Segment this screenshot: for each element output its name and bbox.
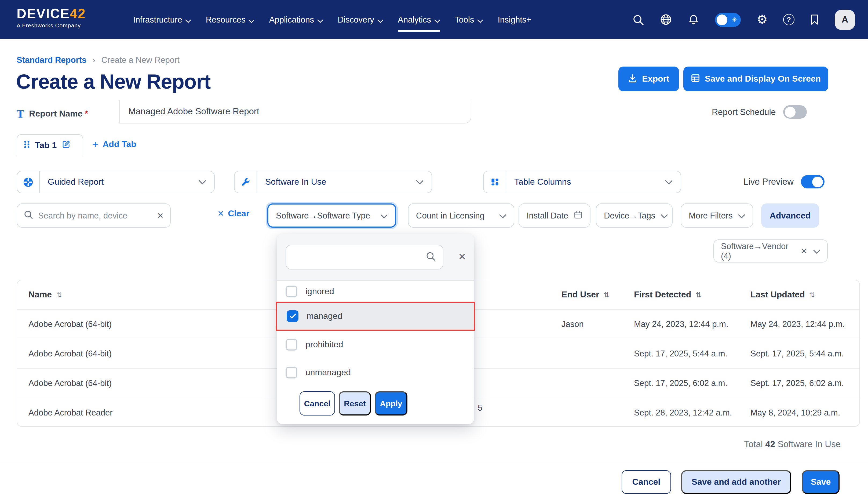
search-icon (24, 209, 33, 222)
advanced-button[interactable]: Advanced (761, 204, 819, 228)
cell-first-detected: Sept. 28, 2023, 12:42 a.m. (634, 408, 751, 418)
chevron-down-icon (249, 15, 255, 25)
close-icon: ✕ (217, 209, 224, 218)
table-grid-icon (691, 73, 700, 84)
page-title: Create a New Report (16, 70, 210, 93)
cell-end-user: Jason (561, 319, 634, 329)
menu-analytics[interactable]: Analytics (398, 0, 440, 39)
dropdown-apply-button[interactable]: Apply (375, 391, 407, 415)
menu-tools[interactable]: Tools (455, 0, 483, 39)
option-managed-highlighted[interactable]: managed (276, 302, 475, 331)
checkbox-unchecked[interactable] (286, 339, 297, 350)
menu-discovery[interactable]: Discovery (338, 0, 383, 39)
search-icon[interactable] (633, 14, 644, 25)
globe-icon[interactable] (660, 13, 672, 26)
device42-logo[interactable]: DEVICE42 A Freshworks Company (17, 7, 86, 29)
report-name-label: Report Name (29, 109, 82, 119)
partially-hidden-cell-value: 5 (478, 403, 482, 413)
save-button[interactable]: Save (802, 470, 839, 494)
count-in-licensing-filter[interactable]: Count in Licensing (408, 204, 514, 228)
report-schedule-toggle[interactable] (783, 105, 807, 119)
add-tab-button[interactable]: + Add Tab (92, 138, 136, 150)
breadcrumb-link-standard-reports[interactable]: Standard Reports (17, 55, 86, 64)
theme-toggle[interactable]: ☀ (715, 13, 741, 27)
chevron-down-icon (477, 15, 483, 25)
checkbox-checked[interactable] (287, 310, 298, 322)
cell-last-updated: May 8, 2024, 10:29 a.m. (751, 408, 859, 418)
vendor-filter-chip[interactable]: Software→Vendor (4) ✕ (713, 239, 828, 263)
software-type-filter[interactable]: Software→Software Type (267, 204, 396, 228)
guided-report-compass-icon (17, 171, 40, 193)
tab-1[interactable]: Tab 1 (17, 134, 83, 156)
sort-icon[interactable]: ⇅ (809, 291, 815, 299)
device-tags-filter[interactable]: Device→Tags (596, 204, 673, 228)
cancel-button[interactable]: Cancel (622, 470, 671, 494)
data-source-select[interactable]: Software In Use (234, 171, 432, 193)
sort-icon[interactable]: ⇅ (603, 291, 610, 299)
install-date-filter[interactable]: Install Date (518, 204, 590, 228)
menu-insights-plus[interactable]: Insights+ (498, 0, 531, 39)
report-type-select[interactable]: Guided Report (17, 171, 215, 193)
table-search-box: ✕ (17, 204, 171, 228)
dropdown-search-input[interactable] (293, 252, 426, 262)
checkbox-unchecked[interactable] (286, 285, 297, 297)
dropdown-reset-button[interactable]: Reset (339, 391, 371, 415)
chevron-down-icon (185, 15, 192, 25)
chevron-down-icon (381, 211, 388, 220)
sort-icon[interactable]: ⇅ (56, 291, 62, 299)
main-menu: Infrastructure Resources Applications Di… (133, 0, 531, 39)
option-prohibited[interactable]: prohibited (277, 331, 474, 359)
dropdown-cancel-button[interactable]: Cancel (300, 391, 335, 415)
table-columns-value: Table Columns (506, 177, 665, 187)
save-and-add-another-button[interactable]: Save and add another (681, 470, 791, 494)
report-name-input[interactable] (128, 106, 451, 116)
chevron-down-icon (661, 211, 668, 220)
chevron-down-icon (317, 15, 323, 25)
chevron-down-icon (199, 177, 206, 187)
user-avatar[interactable]: A (835, 9, 855, 30)
menu-applications[interactable]: Applications (269, 0, 323, 39)
table-columns-select[interactable]: Table Columns (483, 171, 681, 193)
menu-resources[interactable]: Resources (206, 0, 255, 39)
breadcrumb-separator: › (93, 55, 95, 64)
notifications-bell-icon[interactable] (688, 14, 700, 25)
columns-mosaic-icon (484, 171, 506, 193)
breadcrumb: Standard Reports › Create a New Report (17, 55, 179, 65)
clear-filters-button[interactable]: ✕ Clear (217, 209, 249, 218)
calendar-icon (574, 210, 582, 221)
column-header-last-updated[interactable]: Last Updated⇅ (751, 290, 859, 299)
column-header-first-detected[interactable]: First Detected⇅ (634, 290, 751, 299)
help-icon[interactable]: ? (783, 14, 794, 25)
search-input[interactable] (38, 211, 152, 220)
option-unmanaged[interactable]: unmanaged (277, 359, 474, 387)
cell-last-updated: Sept. 17, 2025, 5:44 a.m. (751, 349, 859, 359)
cell-first-detected: May 24, 2023, 12:44 p.m. (634, 319, 751, 329)
edit-tab-icon[interactable] (61, 140, 71, 151)
report-type-value: Guided Report (40, 177, 199, 187)
clear-search-icon[interactable]: ✕ (157, 211, 164, 220)
live-preview-label: Live Preview (743, 177, 794, 187)
menu-infrastructure[interactable]: Infrastructure (133, 0, 192, 39)
column-header-end-user[interactable]: End User⇅ (561, 290, 634, 299)
total-count-number: 42 (765, 439, 775, 449)
theme-toggle-knob (717, 14, 727, 25)
more-filters-button[interactable]: More Filters (681, 204, 753, 228)
sort-icon[interactable]: ⇅ (695, 291, 701, 299)
software-type-dropdown-panel: ✕ ignored managed prohibited unmanaged C… (277, 234, 474, 424)
chevron-down-icon (499, 211, 506, 220)
live-preview-toggle[interactable] (800, 175, 824, 188)
bookmark-icon[interactable] (810, 14, 819, 25)
wrench-icon (235, 171, 257, 193)
sun-icon: ☀ (731, 16, 737, 23)
export-button[interactable]: Export (618, 66, 679, 91)
save-and-display-button[interactable]: Save and Display On Screen (683, 66, 828, 91)
dropdown-search-area: ✕ (277, 234, 474, 281)
remove-chip-icon[interactable]: ✕ (800, 246, 807, 256)
option-ignored[interactable]: ignored (277, 281, 474, 302)
logo-subtitle: A Freshworks Company (17, 22, 86, 29)
checkbox-unchecked[interactable] (286, 367, 297, 379)
drag-handle-icon[interactable] (24, 140, 30, 151)
plus-icon: + (92, 138, 98, 150)
close-dropdown-icon[interactable]: ✕ (458, 251, 466, 262)
settings-gear-icon[interactable]: ⚙ (757, 13, 768, 26)
